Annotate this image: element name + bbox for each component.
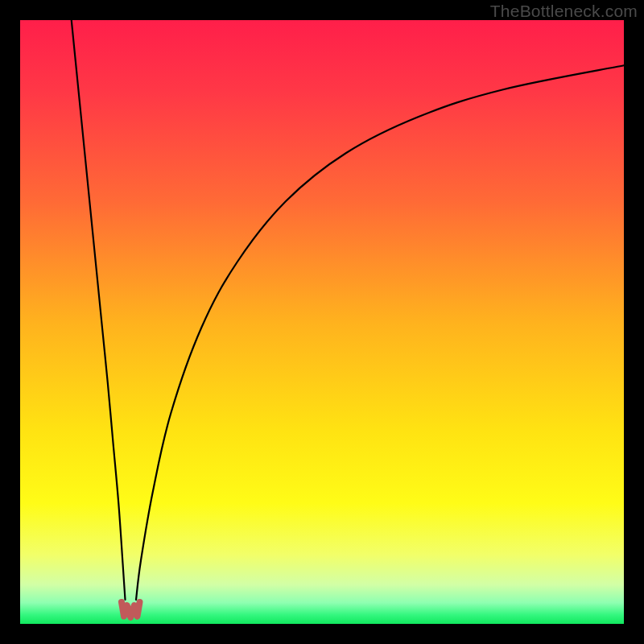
bottleneck-notch xyxy=(122,602,140,617)
curve-right-branch xyxy=(136,65,624,600)
curve-layer xyxy=(72,20,624,600)
watermark-text: TheBottleneck.com xyxy=(490,2,638,21)
chart-frame: TheBottleneck.com xyxy=(0,0,644,644)
curve-left-branch xyxy=(72,20,126,600)
notch-layer xyxy=(122,602,140,617)
chart-plot xyxy=(20,20,624,624)
